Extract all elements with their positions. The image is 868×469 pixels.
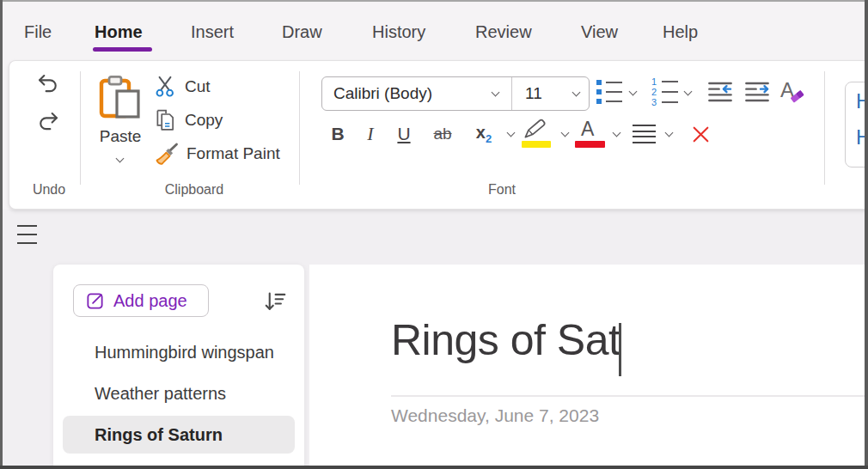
navigation-menu-button[interactable] (17, 225, 38, 244)
subscript-icon: x2 (476, 123, 492, 145)
decrease-indent-icon (706, 78, 735, 106)
format-paint-label: Format Paint (186, 144, 280, 163)
active-tab-underline (93, 47, 152, 52)
font-size-select[interactable]: 11 (511, 77, 590, 110)
page-list-item[interactable]: Weather patterns (63, 375, 295, 412)
increase-indent-button[interactable] (739, 76, 775, 107)
paste-dropdown-chevron[interactable] (116, 155, 125, 163)
decrease-indent-button[interactable] (702, 76, 738, 107)
paste-clipboard-icon (98, 75, 144, 119)
menu-item-review[interactable]: Review (475, 22, 532, 42)
numbered-list-chevron[interactable] (684, 88, 693, 96)
bullet-list-icon (596, 80, 622, 104)
copy-pages-icon (154, 108, 176, 132)
menu-item-home[interactable]: Home (95, 22, 143, 42)
font-size-value: 11 (525, 84, 542, 103)
copy-button[interactable]: Copy (154, 107, 295, 134)
format-paint-brush-icon (154, 142, 180, 166)
highlight-color-bar (522, 141, 551, 148)
onenote-window: File Home Insert Draw History Review Vie… (0, 0, 868, 469)
menu-item-draw[interactable]: Draw (282, 22, 322, 42)
highlight-chevron[interactable] (561, 129, 570, 137)
ribbon-divider (824, 71, 825, 185)
ribbon-divider (80, 71, 81, 185)
window-border-left (0, 0, 3, 469)
format-paint-button[interactable]: Format Paint (154, 140, 295, 168)
ribbon-home-toolbar: Undo Paste Cut (9, 60, 866, 210)
highlight-button[interactable] (520, 118, 556, 150)
cut-scissors-icon (154, 75, 176, 99)
window-border-top (0, 0, 868, 2)
add-page-label: Add page (113, 291, 187, 311)
menu-item-file[interactable]: File (24, 22, 52, 42)
numbered-list-icon: 1 2 3 (651, 79, 678, 106)
redo-icon (36, 110, 60, 134)
underline-icon: U (397, 124, 410, 144)
undo-button[interactable] (32, 70, 64, 99)
strikethrough-icon: ab (433, 125, 451, 143)
page-list-item[interactable]: Hummingbird wingspan (63, 333, 295, 371)
font-color-chevron[interactable] (613, 129, 621, 137)
page-list-panel: Add page Hummingbird wingspan Weather pa… (53, 265, 304, 469)
clipboard-group-label: Clipboard (138, 182, 250, 198)
page-title[interactable]: Rings of Sat (391, 316, 620, 366)
align-icon (633, 125, 656, 143)
menu-item-history[interactable]: History (372, 22, 425, 42)
menu-item-view[interactable]: View (581, 22, 618, 42)
cut-label: Cut (185, 77, 211, 96)
add-page-button[interactable]: Add page (73, 284, 209, 317)
highlighter-pen-icon (523, 118, 552, 140)
sort-descending-icon (262, 289, 288, 314)
clear-formatting-icon: A (779, 78, 805, 104)
font-controls: Calibri (Body) 11 (321, 76, 590, 111)
numbered-list-button[interactable]: 1 2 3 (646, 76, 682, 107)
delete-button[interactable] (685, 119, 716, 149)
redo-button[interactable] (32, 107, 64, 137)
font-color-button[interactable]: A (573, 118, 608, 150)
hamburger-icon (17, 225, 37, 227)
font-family-chevron (492, 88, 500, 97)
styles-gallery: H H (845, 82, 866, 168)
increase-indent-icon (743, 78, 772, 106)
bullet-list-chevron[interactable] (629, 88, 638, 96)
strikethrough-button[interactable]: ab (424, 119, 462, 149)
undo-icon (36, 72, 60, 96)
italic-button[interactable]: I (358, 119, 382, 149)
font-color-letter-icon: A (581, 118, 594, 141)
page-date: Wednesday, June 7, 2023 (391, 405, 599, 426)
bold-icon: B (331, 124, 344, 144)
add-page-icon (85, 291, 105, 311)
font-family-value: Calibri (Body) (333, 84, 432, 103)
subscript-button[interactable]: x2 (467, 119, 501, 149)
page-editor[interactable]: Rings of Sat Wednesday, June 7, 2023 (309, 265, 865, 469)
window-border-right (865, 0, 868, 469)
cut-button[interactable]: Cut (154, 73, 295, 100)
bold-button[interactable]: B (324, 119, 351, 149)
menu-item-help[interactable]: Help (663, 22, 698, 42)
paste-button[interactable]: Paste (92, 70, 149, 171)
undo-group-label: Undo (18, 182, 80, 198)
page-list-item-selected[interactable]: Rings of Saturn (63, 416, 295, 454)
copy-label: Copy (185, 111, 223, 130)
align-button[interactable] (627, 119, 661, 149)
font-size-chevron (572, 88, 581, 97)
ribbon-divider (299, 71, 300, 185)
menu-item-insert[interactable]: Insert (191, 22, 234, 42)
underline-button[interactable]: U (389, 119, 419, 149)
title-divider (391, 395, 865, 397)
font-family-select[interactable]: Calibri (Body) (322, 77, 511, 110)
clear-formatting-button[interactable]: A (775, 75, 810, 107)
font-color-bar (575, 141, 605, 148)
window-border-bottom (0, 466, 868, 469)
align-chevron[interactable] (665, 129, 674, 137)
font-group-label: Font (459, 182, 545, 198)
subscript-chevron[interactable] (507, 129, 516, 137)
paste-label: Paste (92, 127, 149, 146)
text-cursor (619, 323, 621, 376)
italic-icon: I (367, 123, 373, 145)
delete-x-icon (690, 124, 712, 145)
bullet-list-button[interactable] (592, 76, 627, 107)
sort-pages-button[interactable] (260, 288, 290, 315)
